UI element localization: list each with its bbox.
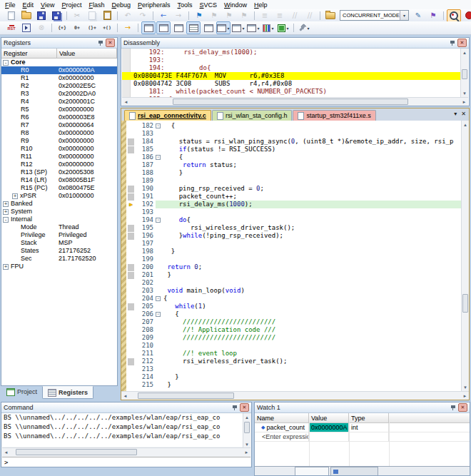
register-row-r11[interactable]: R110x00000000 — [1, 153, 117, 161]
call-stack-window-icon[interactable] — [201, 21, 216, 34]
register-row-banked[interactable]: +Banked — [1, 200, 117, 208]
scroll-down-icon[interactable]: ▼ — [462, 383, 469, 391]
code-line-196[interactable]: 196 }while(!ping_rsp_received); — [126, 232, 461, 240]
configure-target-icon[interactable]: ✎ — [411, 9, 425, 22]
new-file-icon[interactable] — [4, 9, 19, 22]
fold-collapse-icon[interactable]: - — [156, 312, 161, 317]
disassembly-line[interactable]: 0x08004742 3C08 SUBS r4,r4,#0x08 — [122, 80, 460, 88]
register-row-r13-sp-[interactable]: R13 (SP)0x20005308 — [1, 168, 117, 176]
disassembly-line[interactable]: 193: — [122, 56, 460, 64]
step-icon[interactable]: {+} — [55, 21, 69, 34]
register-row-r12[interactable]: R120x00000000 — [1, 161, 117, 168]
fold-collapse-icon[interactable]: - — [156, 296, 161, 301]
watch-window-icon[interactable]: ▾ — [216, 21, 231, 34]
paste-icon[interactable] — [100, 9, 114, 22]
dropdown-arrow-icon[interactable]: ▾ — [242, 26, 244, 31]
code-line-192[interactable]: ▶192 rsi_delay_ms(1000); — [126, 201, 461, 208]
scroll-thumb[interactable] — [16, 449, 137, 455]
watch-tab-stub[interactable] — [295, 467, 329, 475]
code-line-190[interactable]: 190 ping_rsp_received = 0; — [126, 185, 461, 193]
register-row-internal[interactable]: -Internal — [1, 216, 117, 223]
registers-col-register[interactable]: Register — [1, 49, 57, 58]
register-row-mode[interactable]: ModeThread — [1, 223, 117, 231]
disassembly-line[interactable]: 181: while(packet_count < NUMBER_OF_PACK… — [122, 88, 460, 96]
dropdown-arrow-icon[interactable]: ▾ — [227, 26, 229, 31]
code-line-210[interactable]: 210 — [126, 342, 461, 350]
code-line-182[interactable]: 182- { — [126, 122, 461, 130]
code-line-194[interactable]: 194- do{ — [126, 216, 461, 224]
scroll-up-icon[interactable]: ▲ — [461, 49, 468, 56]
scroll-right-icon[interactable]: ► — [461, 392, 469, 400]
code-line-207[interactable]: 207 //////////////////////// — [126, 318, 461, 326]
code-line-183[interactable]: 183 — [126, 130, 461, 138]
register-row-stack[interactable]: StackMSP — [1, 239, 117, 247]
analysis-window-icon[interactable]: ▾ — [261, 21, 275, 34]
code-line-189[interactable]: 189 — [126, 177, 461, 185]
insert-breakpoint-icon[interactable] — [462, 9, 471, 22]
code-line-206[interactable]: 206- { — [126, 310, 461, 318]
dropdown-arrow-icon[interactable]: ▾ — [257, 26, 259, 31]
save-all-icon[interactable] — [49, 9, 64, 22]
register-row-privilege[interactable]: PrivilegePrivileged — [1, 231, 117, 239]
editor-tab-startup-stm32f411xe-s[interactable]: startup_stm32f411xe.s — [293, 110, 375, 121]
register-row-system[interactable]: +System — [1, 208, 117, 216]
pin-icon[interactable] — [450, 404, 456, 411]
dropdown-arrow-icon[interactable]: ▾ — [307, 26, 309, 31]
editor-hscroll[interactable]: ◄ ► — [121, 391, 469, 400]
editor-content[interactable]: 182- {183184 status = rsi_wlan_ping_asyn… — [121, 121, 461, 391]
code-line-187[interactable]: 187 return status; — [126, 161, 461, 169]
load-application-icon[interactable]: ⚑ — [426, 9, 440, 22]
code-line-197[interactable]: 197 — [126, 240, 461, 248]
scroll-right-icon[interactable]: ► — [460, 98, 468, 106]
tab-close-icon[interactable]: ✕ — [461, 111, 466, 117]
close-icon[interactable]: ✕ — [458, 403, 467, 412]
code-line-195[interactable]: 195 rsi_wireless_driver_task(); — [126, 224, 461, 232]
command-hscroll[interactable]: ◄ ► — [2, 447, 250, 456]
scroll-up-icon[interactable]: ▲ — [243, 413, 250, 421]
menu-debug[interactable]: Debug — [108, 1, 134, 9]
scroll-left-icon[interactable]: ◄ — [122, 98, 130, 106]
scroll-thumb[interactable] — [462, 294, 468, 313]
register-row-r0[interactable]: R00x0000000A — [1, 66, 117, 74]
disassembly-content[interactable]: 192: rsi_delay_ms(1000); 193: 194: do{0x… — [122, 49, 460, 97]
pin-icon[interactable] — [449, 39, 455, 46]
register-row-r10[interactable]: R100x00000000 — [1, 145, 117, 153]
menu-view[interactable]: View — [37, 1, 58, 9]
bookmark-icon[interactable]: ⚑ — [192, 9, 206, 22]
code-line-199[interactable]: 199 — [126, 255, 461, 263]
menu-help[interactable]: Help — [250, 1, 271, 9]
scroll-left-icon[interactable]: ◄ — [2, 448, 10, 456]
register-row-r3[interactable]: R30x20002DA0 — [1, 90, 117, 98]
scroll-thumb[interactable] — [244, 422, 250, 433]
dropdown-arrow-icon[interactable]: ▾ — [271, 26, 273, 31]
reset-icon[interactable]: RST — [4, 21, 19, 34]
debug-toolbox-icon[interactable]: ▾ — [297, 21, 311, 34]
watch-col-value[interactable]: Value — [309, 413, 349, 422]
code-line-191[interactable]: 191 packet_count++; — [126, 193, 461, 201]
register-row-r14-lr-[interactable]: R14 (LR)0x08005B1F — [1, 176, 117, 184]
disassembly-window-icon[interactable] — [156, 21, 171, 34]
code-line-212[interactable]: 212 rsi_wireless_driver_task(); — [126, 358, 461, 365]
step-over-icon[interactable]: 0+ — [70, 21, 84, 34]
code-line-202[interactable]: 202 — [126, 279, 461, 287]
menu-project[interactable]: Project — [58, 1, 85, 9]
collapse-icon[interactable]: - — [3, 60, 9, 66]
register-row-fpu[interactable]: +FPU — [1, 263, 117, 270]
fold-collapse-icon[interactable]: - — [156, 218, 161, 223]
expand-icon[interactable]: + — [12, 193, 18, 199]
close-icon[interactable]: ✕ — [457, 39, 467, 47]
dock-tab-registers[interactable]: Registers — [42, 386, 93, 399]
pin-icon[interactable] — [231, 404, 238, 411]
register-row-r5[interactable]: R50x00000000 — [1, 106, 117, 113]
open-file-icon[interactable] — [19, 9, 34, 22]
register-row-xpsr[interactable]: +xPSR0x01000000 — [1, 192, 117, 200]
dropdown-arrow-icon[interactable]: ▾ — [286, 26, 288, 31]
editor-tab-rsi-eap-connectivity-c[interactable]: rsi_eap_connectivity.c — [124, 110, 211, 121]
register-row-states[interactable]: States217176252 — [1, 247, 117, 255]
menu-window[interactable]: Window — [221, 1, 250, 9]
register-row-r15-pc-[interactable]: R15 (PC)0x0800475E — [1, 184, 117, 192]
dock-tab-project[interactable]: Project — [1, 386, 42, 397]
editor-tab-rsi-wlan-sta-config-h[interactable]: rsi_wlan_sta_config.h — [212, 110, 293, 121]
code-line-204[interactable]: 204-{ — [126, 295, 461, 303]
expand-icon[interactable]: + — [3, 209, 9, 215]
